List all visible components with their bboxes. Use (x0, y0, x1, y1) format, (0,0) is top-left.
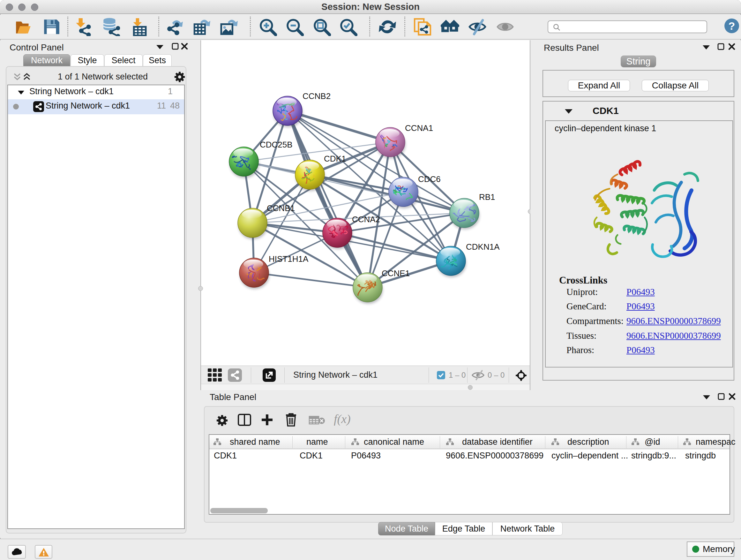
svg-text:CDK1: CDK1 (324, 154, 346, 164)
svg-text:CCNB2: CCNB2 (302, 91, 331, 101)
svg-text:CCNA2: CCNA2 (352, 214, 380, 224)
svg-text:CCNA1: CCNA1 (405, 123, 433, 133)
svg-text:CDC25B: CDC25B (260, 140, 293, 149)
svg-text:CDC6: CDC6 (418, 174, 441, 184)
svg-text:HIST1H1A: HIST1H1A (269, 254, 309, 264)
svg-text:CCNE1: CCNE1 (382, 268, 410, 278)
svg-text:CCNB1: CCNB1 (267, 203, 295, 213)
svg-text:CDKN1A: CDKN1A (466, 242, 500, 252)
svg-text:RB1: RB1 (479, 192, 495, 202)
